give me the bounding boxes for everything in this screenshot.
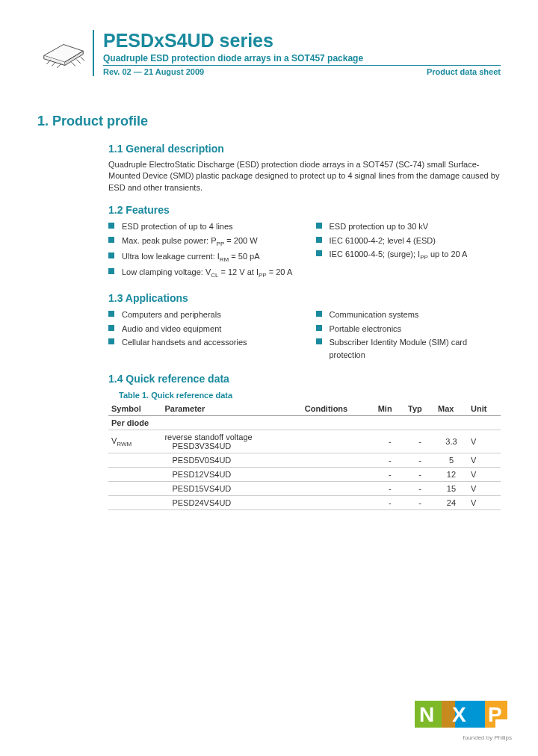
conditions-cell: [302, 430, 375, 453]
symbol-cell: [108, 482, 161, 496]
svg-line-0: [46, 61, 50, 64]
document-subtitle: Quadruple ESD protection diode arrays in…: [103, 53, 501, 63]
nxp-logo-icon: N X P: [415, 698, 512, 733]
unit-cell: V: [468, 453, 501, 468]
min-cell: -: [375, 468, 405, 482]
typ-cell: -: [405, 453, 435, 468]
table-header-cell: Typ: [405, 402, 435, 416]
list-item: Max. peak pulse power: PPP = 200 W: [108, 235, 294, 249]
document-header: PESDxS4UD series Quadruple ESD protectio…: [37, 30, 501, 76]
max-cell: 12: [435, 468, 468, 482]
symbol-cell: [108, 496, 161, 510]
parameter-cell: PESD12VS4UD: [161, 468, 301, 482]
min-cell: -: [375, 496, 405, 510]
svg-line-2: [57, 64, 61, 68]
min-cell: -: [375, 430, 405, 453]
svg-line-3: [72, 62, 75, 66]
typ-cell: -: [405, 482, 435, 496]
section-1-2-heading: 1.2 Features: [108, 204, 501, 216]
table-row: PESD12VS4UD--12V: [108, 468, 501, 482]
svg-text:N: N: [419, 703, 434, 726]
list-item: Portable electronics: [316, 323, 501, 335]
applications-left-list: Computers and peripheralsAudio and video…: [108, 309, 294, 349]
svg-text:P: P: [488, 703, 502, 726]
symbol-cell: VRWM: [108, 430, 161, 453]
table-header-cell: Conditions: [302, 402, 375, 416]
footer-tagline: founded by Philips: [415, 734, 512, 741]
symbol-cell: [108, 468, 161, 482]
list-item: ESD protection up to 30 kV: [316, 220, 501, 233]
list-item: IEC 61000-4-2; level 4 (ESD): [316, 235, 501, 247]
parameter-cell: PESD5V0S4UD: [161, 453, 301, 468]
max-cell: 5: [435, 453, 468, 468]
symbol-cell: [108, 453, 161, 468]
list-item: Subscriber Identity Module (SIM) card pr…: [316, 336, 501, 361]
section-1-4-heading: 1.4 Quick reference data: [108, 373, 501, 385]
typ-cell: -: [405, 468, 435, 482]
max-cell: 15: [435, 482, 468, 496]
table-header-cell: Parameter: [161, 402, 301, 416]
table-header-cell: Unit: [468, 402, 501, 416]
conditions-cell: [302, 453, 375, 468]
revision-text: Rev. 02 — 21 August 2009: [103, 67, 204, 76]
min-cell: -: [375, 453, 405, 468]
svg-line-5: [81, 57, 84, 61]
min-cell: -: [375, 482, 405, 496]
unit-cell: V: [468, 482, 501, 496]
list-item: Communication systems: [316, 309, 501, 321]
per-diode-label: Per diode: [108, 416, 501, 430]
table-header-cell: Symbol: [108, 402, 161, 416]
max-cell: 3.3: [435, 430, 468, 453]
table-row: PESD24VS4UD--24V: [108, 496, 501, 510]
param-label: reverse standoff voltage: [164, 433, 298, 441]
chip-package-icon: [37, 30, 90, 75]
svg-text:X: X: [452, 703, 466, 726]
applications-right-list: Communication systemsPortable electronic…: [316, 309, 501, 361]
svg-line-4: [77, 60, 81, 63]
general-description-text: Quadruple ElectroStatic Discharge (ESD) …: [108, 159, 501, 193]
unit-cell: V: [468, 468, 501, 482]
parameter-cell: PESD15VS4UD: [161, 482, 301, 496]
list-item: ESD protection of up to 4 lines: [108, 220, 294, 233]
section-1-3-heading: 1.3 Applications: [108, 292, 501, 304]
list-item: Audio and video equipment: [108, 323, 294, 335]
document-type: Product data sheet: [427, 67, 501, 76]
quick-reference-table: SymbolParameterConditionsMinTypMaxUnit P…: [108, 402, 501, 510]
table-row: PESD5V0S4UD--5V: [108, 453, 501, 468]
max-cell: 24: [435, 496, 468, 510]
list-item: IEC 61000-4-5; (surge); IPP up to 20 A: [316, 248, 501, 262]
footer-logo-area: N X P founded by Philips: [415, 698, 512, 741]
svg-line-1: [52, 62, 55, 66]
list-item: Computers and peripherals: [108, 309, 294, 321]
section-1-heading: 1. Product profile: [37, 114, 501, 129]
typ-cell: -: [405, 496, 435, 510]
table-header-cell: Min: [375, 402, 405, 416]
unit-cell: V: [468, 430, 501, 453]
conditions-cell: [302, 468, 375, 482]
table-row: VRWMreverse standoff voltagePESD3V3S4UD-…: [108, 430, 501, 453]
list-item: Low clamping voltage: VCL = 12 V at IPP …: [108, 266, 294, 280]
parameter-cell: PESD24VS4UD: [161, 496, 301, 510]
typ-cell: -: [405, 430, 435, 453]
table-row: PESD15VS4UD--15V: [108, 482, 501, 496]
table-1-title: Table 1. Quick reference data: [119, 391, 501, 400]
list-item: Ultra low leakage current: IRM = 50 pA: [108, 250, 294, 264]
features-left-list: ESD protection of up to 4 linesMax. peak…: [108, 220, 294, 280]
table-header-cell: Max: [435, 402, 468, 416]
section-1-1-heading: 1.1 General description: [108, 143, 501, 155]
conditions-cell: [302, 482, 375, 496]
list-item: Cellular handsets and accessories: [108, 336, 294, 349]
conditions-cell: [302, 496, 375, 510]
features-right-list: ESD protection up to 30 kVIEC 61000-4-2;…: [316, 220, 501, 262]
document-title: PESDxS4UD series: [103, 30, 501, 52]
table-header-row: SymbolParameterConditionsMinTypMaxUnit: [108, 402, 501, 416]
unit-cell: V: [468, 496, 501, 510]
parameter-cell: reverse standoff voltagePESD3V3S4UD: [161, 430, 301, 453]
